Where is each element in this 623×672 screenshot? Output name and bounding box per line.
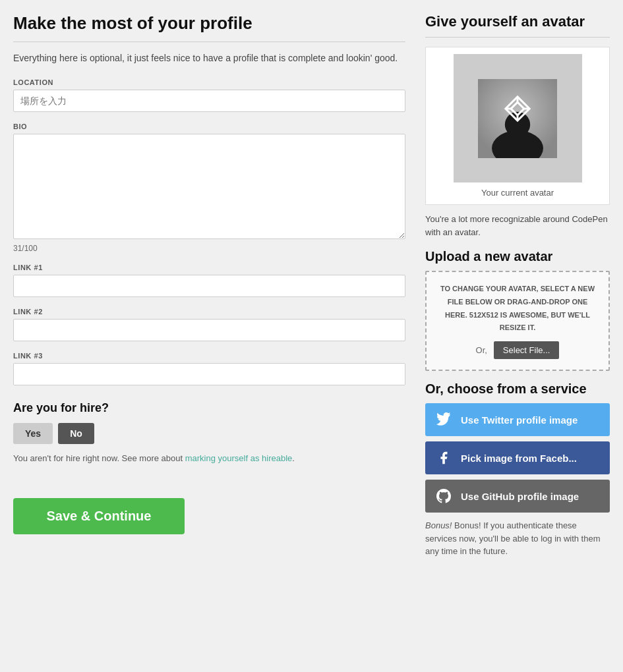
facebook-button-label: Pick image from Faceb... (461, 453, 577, 464)
link1-field-group: LINK #1 (13, 264, 405, 297)
upload-dropzone[interactable]: TO CHANGE YOUR AVATAR, SELECT A NEW FILE… (425, 271, 610, 371)
hire-section: Are you for hire? Yes No You aren't for … (13, 401, 405, 465)
recognizable-text: You're a lot more recognizable around Co… (425, 213, 610, 238)
link3-field-group: LINK #3 (13, 352, 405, 385)
bonus-description: Bonus! If you authenticate these service… (425, 520, 601, 556)
drop-instructions: TO CHANGE YOUR AVATAR, SELECT A NEW FILE… (436, 283, 599, 335)
facebook-button[interactable]: Pick image from Faceb... (425, 441, 610, 474)
avatar-caption: Your current avatar (432, 188, 603, 198)
left-panel: Make the most of your profile Everything… (13, 13, 405, 659)
save-continue-button[interactable]: Save & Continue (13, 498, 185, 534)
bio-label: BIO (13, 123, 405, 130)
avatar-svg (478, 79, 557, 158)
right-panel: Give yourself an avatar (425, 13, 610, 659)
or-text: Or, (476, 345, 487, 355)
facebook-icon (434, 449, 453, 467)
hire-description: You aren't for hire right now. See more … (13, 452, 405, 465)
select-file-button[interactable]: Select File... (494, 341, 560, 359)
hire-buttons: Yes No (13, 423, 405, 444)
github-button-label: Use GitHub profile image (461, 491, 579, 502)
twitter-icon (434, 410, 453, 429)
avatar-box: Your current avatar (425, 47, 610, 205)
char-count: 31/100 (13, 244, 405, 253)
link3-label: LINK #3 (13, 352, 405, 360)
twitter-button-label: Use Twitter profile image (461, 414, 578, 426)
bonus-text: Bonus! Bonus! If you authenticate these … (425, 519, 610, 558)
hire-description-post: . (292, 453, 295, 463)
yes-button[interactable]: Yes (13, 423, 53, 444)
location-field-group: LOCATION (13, 78, 405, 112)
avatar-image (454, 54, 582, 182)
hire-title: Are you for hire? (13, 401, 405, 415)
twitter-button[interactable]: Use Twitter profile image (425, 403, 610, 436)
service-heading: Or, choose from a service (425, 381, 610, 397)
github-icon (434, 487, 453, 505)
intro-text: Everything here is optional, it just fee… (13, 51, 405, 65)
link3-input[interactable] (13, 363, 405, 385)
location-input[interactable] (13, 90, 405, 112)
bio-field-group: BIO 31/100 (13, 123, 405, 253)
upload-heading: Upload a new avatar (425, 249, 610, 264)
link2-label: LINK #2 (13, 308, 405, 316)
avatar-heading: Give yourself an avatar (425, 13, 610, 38)
hireable-link[interactable]: marking yourself as hireable (185, 453, 293, 463)
bio-input[interactable] (13, 134, 405, 239)
no-button[interactable]: No (58, 423, 94, 444)
hire-description-pre: You aren't for hire right now. See more … (13, 453, 185, 463)
link1-input[interactable] (13, 275, 405, 297)
link2-input[interactable] (13, 319, 405, 341)
upload-section: Upload a new avatar TO CHANGE YOUR AVATA… (425, 249, 610, 371)
bonus-italic: Bonus! (425, 520, 452, 530)
page-title: Make the most of your profile (13, 13, 405, 42)
service-section: Or, choose from a service Use Twitter pr… (425, 381, 610, 558)
location-label: LOCATION (13, 78, 405, 86)
link1-label: LINK #1 (13, 264, 405, 271)
github-button[interactable]: Use GitHub profile image (425, 480, 610, 513)
link2-field-group: LINK #2 (13, 308, 405, 341)
